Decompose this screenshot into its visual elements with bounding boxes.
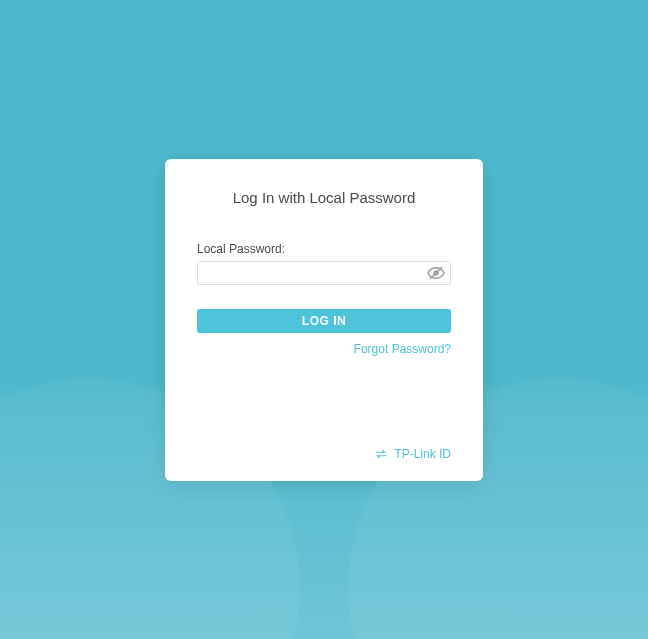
login-button[interactable]: LOG IN [197,309,451,333]
swap-icon [374,447,388,461]
forgot-password-link[interactable]: Forgot Password? [354,342,451,356]
tplink-id-link[interactable]: TP-Link ID [197,447,451,461]
password-input[interactable] [197,261,451,285]
visibility-toggle-icon[interactable] [427,264,445,282]
password-input-wrap [197,261,451,285]
tplink-id-label: TP-Link ID [394,447,451,461]
login-card: Log In with Local Password Local Passwor… [165,159,483,481]
card-title: Log In with Local Password [197,189,451,206]
forgot-password-wrap: Forgot Password? [197,339,451,357]
password-label: Local Password: [197,242,451,256]
